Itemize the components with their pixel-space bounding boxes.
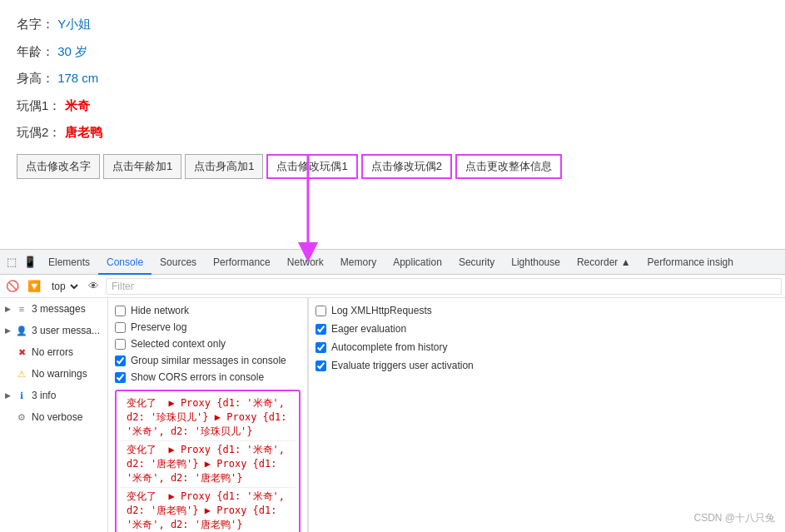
- sidebar-item-user-messages[interactable]: ▶ 👤 3 user messa...: [0, 320, 107, 341]
- tab-lighthouse[interactable]: Lighthouse: [503, 250, 569, 275]
- value-name: Y小姐: [57, 17, 91, 31]
- btn-modify-toy2[interactable]: 点击修改玩偶2: [361, 154, 452, 179]
- user-messages-icon: 👤: [15, 324, 28, 337]
- arrow-indicator: [283, 154, 333, 262]
- errors-icon: ✖: [15, 346, 28, 359]
- checkbox-log-xhr[interactable]: [315, 306, 326, 316]
- info-toy2: 玩偶2： 唐老鸭: [17, 123, 768, 142]
- clear-console-btn[interactable]: 🚫: [3, 277, 22, 296]
- option-preserve-log-label: Preserve log: [131, 321, 186, 333]
- sidebar-user-messages-label: 3 user messa...: [32, 325, 100, 336]
- devtools-main: ▶ ≡ 3 messages ▶ 👤 3 user messa... ✖ No …: [0, 298, 785, 532]
- info-icon: ℹ: [15, 389, 28, 402]
- value-toy1: 米奇: [65, 98, 90, 112]
- devtools-content: Hide network Preserve log Selected conte…: [108, 298, 785, 532]
- sidebar-item-warnings[interactable]: ⚠ No warnings: [0, 363, 107, 385]
- sidebar-item-errors[interactable]: ✖ No errors: [0, 341, 107, 363]
- sidebar-messages-label: 3 messages: [32, 303, 86, 315]
- console-options-panel: Hide network Preserve log Selected conte…: [108, 298, 308, 532]
- content-area: 名字： Y小姐 年龄： 30 岁 身高： 178 cm 玩偶1： 米奇 玩偶2：…: [0, 0, 785, 187]
- buttons-row: 点击修改名字 点击年龄加1 点击身高加1 点击修改玩偶1 点击修改玩偶2 点击更…: [17, 154, 768, 179]
- console-right-options: Log XMLHttpRequests Eager evaluation Aut…: [308, 298, 499, 532]
- right-option-evaluate-label: Evaluate triggers user activation: [331, 360, 474, 371]
- warnings-icon: ⚠: [15, 367, 28, 380]
- label-age: 年龄：: [17, 44, 54, 58]
- option-selected-context-label: Selected context only: [131, 338, 226, 350]
- tri-errors-icon: [5, 348, 13, 356]
- right-option-autocomplete: Autocomplete from history: [315, 341, 493, 353]
- log-text-3: 变化了 ▶ Proxy {d1: '米奇', d2: '唐老鸭'} ▶ Prox…: [127, 490, 289, 532]
- sidebar-item-info[interactable]: ▶ ℹ 3 info: [0, 385, 107, 406]
- info-age: 年龄： 30 岁: [17, 42, 768, 62]
- tri-messages-icon: ▶: [5, 305, 13, 313]
- sidebar-verbose-label: No verbose: [32, 411, 82, 423]
- option-group-similar-label: Group similar messages in console: [131, 355, 286, 366]
- tab-elements[interactable]: Elements: [40, 250, 98, 275]
- tri-verbose-icon: [5, 413, 13, 421]
- devtools-toolbar: 🚫 🔽 top 👁: [0, 275, 785, 298]
- inspect-icon[interactable]: ⬚: [3, 254, 20, 271]
- log-text-2: 变化了 ▶ Proxy {d1: '米奇', d2: '唐老鸭'} ▶ Prox…: [127, 443, 289, 485]
- checkbox-preserve-log[interactable]: [115, 322, 126, 333]
- messages-icon: ≡: [15, 302, 28, 316]
- checkbox-evaluate[interactable]: [315, 360, 326, 371]
- devtools-tabs-bar: ⬚ 📱 Elements Console Sources Performance…: [0, 250, 785, 275]
- option-cors-errors: Show CORS errors in console: [115, 371, 301, 383]
- tri-info-icon: ▶: [5, 391, 13, 400]
- info-toy1: 玩偶1： 米奇: [17, 97, 768, 116]
- tab-security[interactable]: Security: [450, 250, 503, 275]
- option-hide-network: Hide network: [115, 305, 301, 316]
- option-cors-errors-label: Show CORS errors in console: [131, 371, 264, 383]
- tri-user-icon: ▶: [5, 326, 13, 335]
- eye-btn[interactable]: 👁: [84, 277, 102, 296]
- toggle-filter-btn[interactable]: 🔽: [25, 277, 43, 296]
- value-age: 30 岁: [57, 44, 87, 58]
- log-entry-3: 变化了 ▶ Proxy {d1: '米奇', d2: '唐老鸭'} ▶ Prox…: [120, 488, 296, 532]
- tab-console[interactable]: Console: [98, 250, 152, 275]
- right-option-eager-label: Eager evaluation: [331, 323, 406, 335]
- right-option-evaluate: Evaluate triggers user activation: [315, 360, 493, 371]
- label-name: 名字：: [17, 17, 54, 31]
- checkbox-eager[interactable]: [315, 324, 326, 335]
- btn-age-plus1[interactable]: 点击年龄加1: [103, 154, 181, 179]
- sidebar-errors-label: No errors: [32, 346, 73, 358]
- tab-recorder[interactable]: Recorder ▲: [569, 250, 639, 275]
- checkbox-cors-errors[interactable]: [115, 372, 126, 383]
- right-option-autocomplete-label: Autocomplete from history: [331, 341, 447, 353]
- tab-perf-insights[interactable]: Performance insigh: [639, 250, 742, 275]
- devtools-panel: ⬚ 📱 Elements Console Sources Performance…: [0, 249, 785, 532]
- tab-application[interactable]: Application: [385, 250, 450, 275]
- option-selected-context: Selected context only: [115, 338, 301, 350]
- tri-warnings-icon: [5, 370, 13, 378]
- btn-height-plus1[interactable]: 点击身高加1: [185, 154, 263, 179]
- value-toy2: 唐老鸭: [65, 125, 102, 139]
- right-option-eager: Eager evaluation: [315, 323, 493, 335]
- label-toy1: 玩偶1：: [17, 98, 61, 112]
- btn-modify-name[interactable]: 点击修改名字: [17, 154, 100, 179]
- checkbox-selected-context[interactable]: [115, 339, 126, 350]
- info-name: 名字： Y小姐: [17, 15, 768, 34]
- checkbox-hide-network[interactable]: [115, 306, 126, 316]
- log-entry-2: 变化了 ▶ Proxy {d1: '米奇', d2: '唐老鸭'} ▶ Prox…: [120, 441, 296, 488]
- option-preserve-log: Preserve log: [115, 321, 301, 333]
- tab-performance[interactable]: Performance: [205, 250, 279, 275]
- right-option-log-xhr: Log XMLHttpRequests: [315, 305, 493, 316]
- filter-input[interactable]: [106, 278, 782, 295]
- option-group-similar: Group similar messages in console: [115, 355, 301, 366]
- option-hide-network-label: Hide network: [131, 305, 189, 316]
- level-select[interactable]: top: [47, 280, 81, 293]
- sidebar-item-verbose[interactable]: ⚙ No verbose: [0, 406, 107, 428]
- checkbox-autocomplete[interactable]: [315, 342, 326, 353]
- checkbox-group-similar[interactable]: [115, 355, 126, 366]
- value-height: 178 cm: [57, 71, 98, 85]
- right-option-log-xhr-label: Log XMLHttpRequests: [331, 305, 432, 316]
- device-icon[interactable]: 📱: [22, 254, 38, 271]
- sidebar-warnings-label: No warnings: [32, 368, 87, 380]
- log-text-1: 变化了 ▶ Proxy {d1: '米奇', d2: '珍珠贝儿'} ▶ Pro…: [127, 396, 289, 439]
- tab-memory[interactable]: Memory: [332, 250, 385, 275]
- tab-sources[interactable]: Sources: [152, 250, 205, 275]
- info-height: 身高： 178 cm: [17, 69, 768, 88]
- watermark: CSDN @十八只兔: [693, 511, 775, 525]
- sidebar-item-messages[interactable]: ▶ ≡ 3 messages: [0, 298, 107, 320]
- btn-modify-all[interactable]: 点击更改整体信息: [455, 154, 562, 179]
